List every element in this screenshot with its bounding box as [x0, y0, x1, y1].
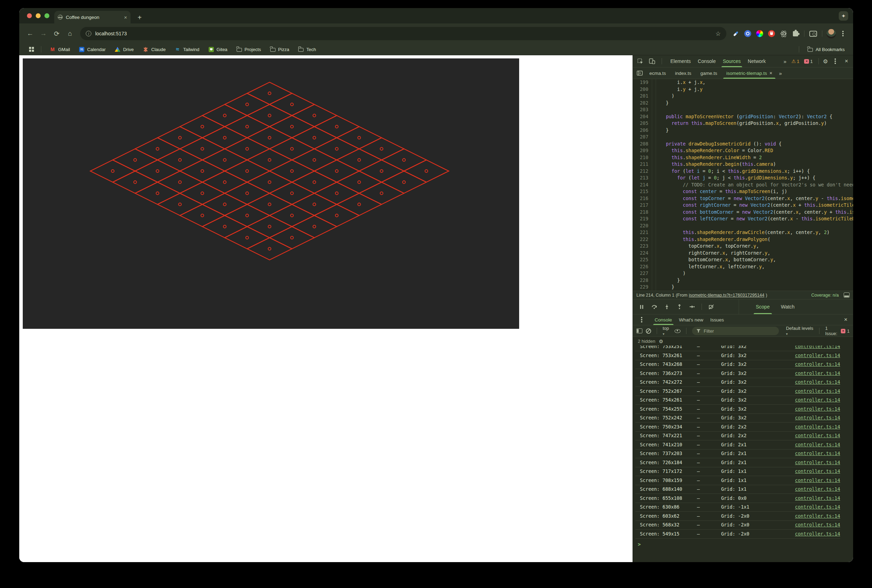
log-source-link[interactable]: controller.ts:14: [795, 496, 840, 501]
more-file-tabs-icon[interactable]: »: [777, 70, 783, 76]
line-number[interactable]: 204: [633, 113, 648, 120]
bookmark-item-tailwind[interactable]: ≈Tailwind: [172, 46, 202, 52]
browser-menu-kebab-icon[interactable]: [838, 28, 848, 39]
log-source-link[interactable]: controller.ts:14: [795, 469, 840, 474]
log-source-link[interactable]: controller.ts:14: [795, 353, 840, 358]
log-source-link[interactable]: controller.ts:14: [795, 398, 840, 403]
devtools-menu-kebab-icon[interactable]: [830, 56, 840, 66]
line-number[interactable]: 209: [633, 147, 648, 154]
log-source-link[interactable]: controller.ts:14: [795, 406, 840, 412]
line-number[interactable]: 224: [633, 250, 648, 257]
sidebar-tab-watch[interactable]: Watch: [777, 299, 799, 314]
bookmark-item-projects[interactable]: Projects: [234, 46, 264, 52]
line-number[interactable]: 220: [633, 222, 648, 230]
tab-elements[interactable]: Elements: [667, 55, 694, 67]
line-number[interactable]: 219: [633, 216, 648, 222]
inspect-element-icon[interactable]: [636, 57, 645, 65]
bookmark-star-icon[interactable]: ☆: [716, 30, 721, 38]
log-source-link[interactable]: controller.ts:14: [795, 531, 840, 537]
file-tab-ecma.ts[interactable]: ecma.ts: [645, 68, 671, 79]
step-into-icon[interactable]: [662, 302, 672, 312]
issues-badge[interactable]: × 1: [803, 59, 814, 64]
more-tabs-icon[interactable]: »: [782, 58, 788, 64]
show-navigator-icon[interactable]: [635, 69, 644, 77]
drawer-menu-kebab-icon[interactable]: [636, 315, 647, 325]
step-out-icon[interactable]: [674, 302, 685, 312]
devtools-settings-gear-icon[interactable]: ⚙: [823, 58, 828, 65]
deactivate-breakpoints-icon[interactable]: [706, 302, 717, 312]
line-number[interactable]: 213: [633, 174, 648, 182]
line-number[interactable]: 223: [633, 243, 648, 250]
bookmark-item-claude[interactable]: Claude: [140, 46, 168, 52]
log-source-link[interactable]: controller.ts:14: [795, 362, 840, 367]
line-number[interactable]: 217: [633, 202, 648, 209]
console-issues-counter[interactable]: 1 Issue: × 1: [825, 326, 849, 336]
toggle-drawer-icon[interactable]: [843, 292, 849, 298]
warnings-badge[interactable]: ⚠ 1: [790, 58, 801, 64]
close-window-button[interactable]: [27, 13, 32, 18]
line-number[interactable]: 218: [633, 209, 648, 216]
file-tab-game.ts[interactable]: game.ts: [696, 68, 722, 79]
line-number[interactable]: 203: [633, 106, 648, 113]
tab-sources[interactable]: Sources: [719, 55, 744, 67]
code-editor[interactable]: 1992002012022032042052062072082092102112…: [633, 79, 853, 291]
file-tab-index.ts[interactable]: index.ts: [671, 68, 696, 79]
line-number[interactable]: 208: [633, 141, 648, 148]
extensions-puzzle-icon[interactable]: [790, 28, 801, 39]
pause-script-icon[interactable]: [636, 302, 647, 312]
password-manager-extension-icon[interactable]: [743, 28, 753, 39]
tab-close-icon[interactable]: ×: [124, 15, 127, 20]
line-number[interactable]: 214: [633, 182, 648, 189]
line-number[interactable]: 225: [633, 256, 648, 263]
bookmark-item-gmail[interactable]: MGMail: [47, 46, 73, 52]
log-source-link[interactable]: controller.ts:14: [795, 424, 840, 429]
context-selector[interactable]: top ▾: [663, 326, 671, 336]
log-source-link[interactable]: controller.ts:14: [795, 380, 840, 385]
react-devtools-extension-icon[interactable]: [778, 28, 789, 39]
log-source-link[interactable]: controller.ts:14: [795, 504, 840, 510]
line-number-gutter[interactable]: 1992002012022032042052062072082092102112…: [633, 79, 652, 291]
tab-network[interactable]: Network: [744, 55, 769, 67]
line-number[interactable]: 207: [633, 134, 648, 141]
device-toolbar-icon[interactable]: [648, 57, 657, 65]
site-info-icon[interactable]: i: [86, 31, 92, 36]
color-wheel-extension-icon[interactable]: [755, 28, 765, 39]
bookmark-item-calendar[interactable]: 31Calendar: [76, 46, 108, 52]
drawer-close-icon[interactable]: ×: [842, 316, 849, 323]
sidebar-tab-scope[interactable]: Scope: [752, 299, 774, 314]
all-bookmarks-button[interactable]: All Bookmarks: [805, 47, 848, 52]
line-number[interactable]: 206: [633, 127, 648, 134]
apps-grid-icon[interactable]: [25, 44, 35, 55]
line-number[interactable]: 226: [633, 263, 648, 270]
log-source-link[interactable]: controller.ts:14: [795, 415, 840, 420]
reload-button[interactable]: ⟳: [51, 28, 63, 39]
line-number[interactable]: 222: [633, 236, 648, 243]
line-number[interactable]: 201: [633, 93, 648, 100]
step-over-icon[interactable]: [649, 302, 660, 312]
line-number[interactable]: 211: [633, 161, 648, 168]
log-source-link[interactable]: controller.ts:14: [795, 388, 840, 394]
line-number[interactable]: 210: [633, 154, 648, 161]
home-button[interactable]: ⌂: [64, 28, 76, 39]
profile-avatar[interactable]: [826, 28, 836, 39]
log-levels-dropdown[interactable]: Default levels ▾: [786, 326, 813, 336]
step-icon[interactable]: [687, 302, 697, 312]
line-number[interactable]: 221: [633, 229, 648, 236]
log-source-link[interactable]: controller.ts:14: [795, 442, 840, 447]
drawer-tab-console[interactable]: Console: [651, 315, 676, 325]
tab-search-icon[interactable]: [808, 28, 818, 39]
line-number[interactable]: 205: [633, 120, 648, 127]
back-button[interactable]: ←: [24, 28, 36, 39]
line-number[interactable]: 199: [633, 79, 648, 86]
bookmark-item-drive[interactable]: Drive: [112, 46, 137, 52]
live-expression-eye-icon[interactable]: [675, 329, 681, 333]
adblock-hand-extension-icon[interactable]: [766, 28, 777, 39]
browser-tab[interactable]: Coffee dungeon ×: [54, 11, 131, 23]
log-source-link[interactable]: controller.ts:14: [795, 513, 840, 519]
console-sidebar-icon[interactable]: [636, 328, 642, 333]
new-tab-button[interactable]: +: [135, 14, 144, 21]
color-picker-extension-icon[interactable]: [731, 28, 741, 39]
game-canvas[interactable]: [23, 58, 519, 329]
line-number[interactable]: 202: [633, 100, 648, 106]
fullscreen-window-button[interactable]: [44, 13, 50, 18]
